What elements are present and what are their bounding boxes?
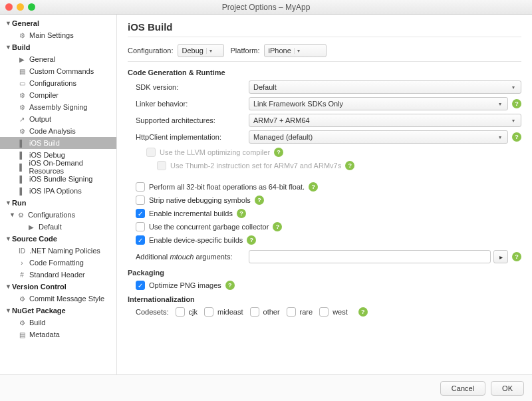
help-icon[interactable]: ? [358,307,368,317]
png-checkbox[interactable]: ✓ [136,281,145,290]
cancel-button[interactable]: Cancel [440,381,485,396]
sidebar: ▼ General⚙Main Settings▼ Build▶General▤C… [0,15,117,374]
gc-checkbox[interactable] [136,222,145,231]
codesets-label: Codesets: [136,308,169,316]
arch-label: Supported architectures: [136,116,249,124]
help-icon[interactable]: ? [512,252,521,261]
platform-label: Platform: [231,47,260,55]
float32-label: Perform all 32-bit float operations as 6… [149,183,305,191]
llvm-label: Use the LLVM optimizing compiler [160,148,270,156]
configuration-label: Configuration: [128,47,174,55]
mtouch-label: Additional mtouch arguments: [136,253,249,261]
tree-item[interactable]: ▼⚙Configurations [0,209,116,221]
linker-label: Linker behavior: [136,100,249,108]
strip-checkbox[interactable] [136,196,145,205]
tree-item[interactable]: ⚙Build [0,317,116,329]
chevron-down-icon: ▾ [509,84,518,90]
divider [128,37,521,37]
help-icon[interactable]: ? [237,209,246,218]
http-label: HttpClient implementation: [136,133,249,141]
tree-item[interactable]: ↗Output [0,113,116,125]
maximize-icon[interactable] [28,3,35,11]
devspec-label: Enable device-specific builds [149,236,243,244]
help-icon[interactable]: ? [274,148,283,157]
divider [128,61,521,62]
help-icon[interactable]: ? [255,196,264,205]
tree-item[interactable]: ⚙Commit Message Style [0,293,116,305]
codeset-other-checkbox[interactable] [250,307,259,317]
section-packaging: Packaging [128,269,521,277]
window-title: Project Options – MyApp [0,3,532,12]
codeset-rare-checkbox[interactable] [287,307,296,317]
tree-item[interactable]: ›Code Formatting [0,257,116,269]
minimize-icon[interactable] [17,3,24,11]
tree-item[interactable]: ⚙Code Analysis [0,125,116,137]
section-codegen: Code Generation & Runtime [128,68,521,76]
tree-header[interactable]: ▼ Build [0,41,116,53]
sdk-label: SDK version: [136,83,249,91]
linker-dropdown[interactable]: Link Framework SDKs Only▾ [249,97,508,110]
chevron-down-icon: ▾ [206,48,215,54]
strip-label: Strip native debugging symbols [149,196,251,204]
tree-item[interactable]: ⚙Compiler [0,89,116,101]
thumb-label: Use Thumb-2 instruction set for ARMv7 an… [170,162,341,170]
png-label: Optimize PNG images [149,281,221,289]
incremental-label: Enable incremental builds [149,209,233,217]
float32-checkbox[interactable] [136,182,145,192]
http-dropdown[interactable]: Managed (default)▾ [249,130,508,144]
tree-header[interactable]: ▼ Version Control [0,281,116,293]
chevron-down-icon: ▾ [495,101,505,107]
titlebar: Project Options – MyApp [0,0,532,15]
help-icon[interactable]: ? [512,99,521,108]
tree-header[interactable]: ▼ Run [0,197,116,209]
section-i18n: Internationalization [128,295,521,303]
tree-item[interactable]: ⚙Assembly Signing [0,101,116,113]
tree-item[interactable]: ▌iOS On-Demand Resources [0,161,116,173]
thumb-checkbox [157,161,166,170]
chevron-down-icon: ▾ [495,134,505,140]
help-icon[interactable]: ? [225,281,235,290]
chevron-down-icon: ▾ [294,48,303,54]
close-icon[interactable] [5,3,13,11]
arch-dropdown[interactable]: ARMv7 + ARM64▾ [249,114,521,127]
help-icon[interactable]: ? [247,235,256,245]
configuration-combo[interactable]: Debug ▾ [178,44,224,57]
configuration-value: Debug [182,47,203,55]
codeset-cjk-checkbox[interactable] [176,307,185,317]
tree-item[interactable]: #Standard Header [0,269,116,281]
tree-item[interactable]: ▤Custom Commands [0,65,116,77]
codeset-mideast-checkbox[interactable] [204,307,213,317]
platform-value: iPhone [269,47,291,55]
tree-header[interactable]: ▼ General [0,17,116,29]
help-icon[interactable]: ? [273,222,282,231]
platform-combo[interactable]: iPhone ▾ [264,44,327,57]
mtouch-expand-button[interactable]: ▸ [493,250,508,263]
llvm-checkbox [146,148,156,157]
tree-item[interactable]: ▌iOS IPA Options [0,185,116,197]
page-title: iOS Build [128,21,521,33]
devspec-checkbox[interactable]: ✓ [136,235,145,245]
codeset-west-checkbox[interactable] [319,307,329,317]
tree-header[interactable]: ▼ NuGet Package [0,305,116,317]
tree-item[interactable]: ▶General [0,53,116,65]
footer: Cancel OK [0,374,532,401]
content-pane: iOS Build Configuration: Debug ▾ Platfor… [117,15,532,374]
tree-item[interactable]: ▭Configurations [0,77,116,89]
sdk-dropdown[interactable]: Default▾ [249,80,521,94]
mtouch-input[interactable] [249,250,491,263]
tree-header[interactable]: ▼ Source Code [0,233,116,245]
tree-item[interactable]: ▤Metadata [0,329,116,340]
incremental-checkbox[interactable]: ✓ [136,209,145,218]
help-icon[interactable]: ? [512,132,521,142]
gc-label: Use the concurrent garbage collector [149,223,269,231]
tree-item[interactable]: ⚙Main Settings [0,29,116,41]
tree-item[interactable]: ▶Default [0,221,116,233]
tree-item[interactable]: ▌iOS Build [0,137,116,149]
chevron-down-icon: ▾ [509,118,518,124]
help-icon[interactable]: ? [345,161,354,170]
help-icon[interactable]: ? [309,182,318,192]
ok-button[interactable]: OK [491,381,524,396]
tree-item[interactable]: ID.NET Naming Policies [0,245,116,257]
